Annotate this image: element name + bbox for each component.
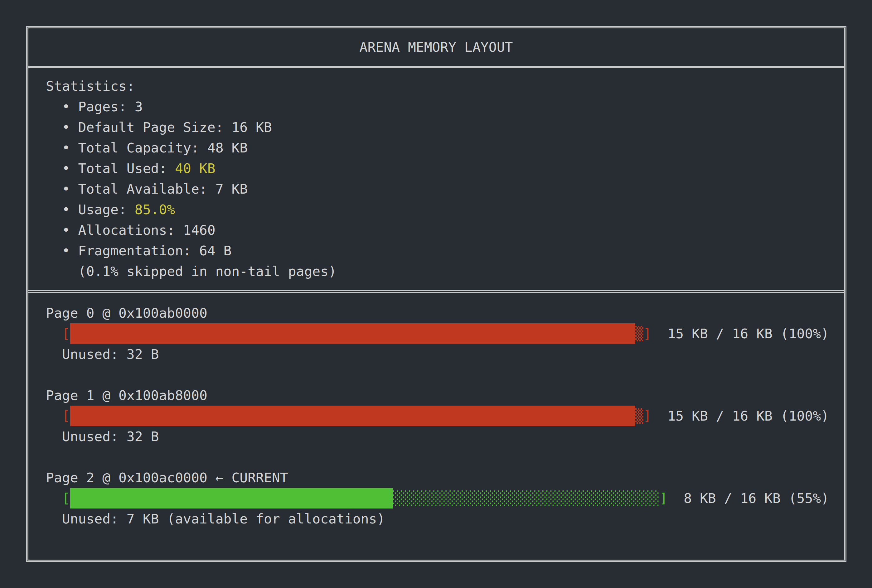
bar-dither: ░░░░░░░░░░░░░░░░░░░░░░░░░░░░░░░░░ xyxy=(393,488,659,508)
terminal-screen: ARENA MEMORY LAYOUT Statistics: • Pages:… xyxy=(0,0,872,588)
bar-gap xyxy=(668,488,684,508)
stat-text: • Total Available: 7 KB xyxy=(62,181,248,197)
bar-indent xyxy=(46,323,62,344)
bar-filled xyxy=(70,406,635,426)
stat-default-page-size: • Default Page Size: 16 KB xyxy=(46,117,844,138)
bar-usage-text: 15 KB / 16 KB (100%) xyxy=(668,406,829,426)
bar-indent xyxy=(46,488,62,508)
stat-pages: • Pages: 3 xyxy=(46,96,844,117)
title-section: ARENA MEMORY LAYOUT xyxy=(29,28,844,66)
page-0-unused: Unused: 32 B xyxy=(46,344,844,364)
bar-filled xyxy=(70,323,635,344)
stat-value-highlight: 40 KB xyxy=(175,160,215,176)
stat-fragmentation-note: (0.1% skipped in non-tail pages) xyxy=(46,261,844,282)
bar-open-bracket: [ xyxy=(62,406,70,426)
bar-gap xyxy=(651,406,668,426)
page-title: ARENA MEMORY LAYOUT xyxy=(360,37,513,57)
bar-indent xyxy=(46,406,62,426)
statistics-heading: Statistics: xyxy=(46,76,844,96)
page-1-title: Page 1 @ 0x100ab8000 xyxy=(46,385,844,406)
stat-text: • Total Capacity: 48 KB xyxy=(62,140,248,156)
pages-section: Page 0 @ 0x100ab0000 [ ▒ ] 15 KB / 16 KB… xyxy=(29,290,844,560)
stat-total-available: • Total Available: 7 KB xyxy=(46,178,844,199)
stat-total-capacity: • Total Capacity: 48 KB xyxy=(46,138,844,158)
stat-text: • Allocations: 1460 xyxy=(62,222,216,238)
stat-text: • Fragmentation: 64 B xyxy=(62,243,232,258)
bar-usage-text: 8 KB / 16 KB (55%) xyxy=(684,488,829,508)
stat-total-used: • Total Used: 40 KB xyxy=(46,158,844,178)
bar-close-bracket: ] xyxy=(643,323,651,344)
page-1-usage-bar: [ ▒ ] 15 KB / 16 KB (100%) xyxy=(46,406,844,426)
statistics-section: Statistics: • Pages: 3 • Default Page Si… xyxy=(29,66,844,290)
page-2-usage-bar: [ ░░░░░░░░░░░░░░░░░░░░░░░░░░░░░░░░░ ] 8 … xyxy=(46,488,844,508)
bar-dither: ▒ xyxy=(635,323,643,344)
bar-open-bracket: [ xyxy=(62,323,70,344)
page-0-title: Page 0 @ 0x100ab0000 xyxy=(46,303,844,323)
page-2-unused: Unused: 7 KB (available for allocations) xyxy=(46,508,844,529)
stat-text: • Total Used: xyxy=(62,160,175,176)
stat-text: • Usage: xyxy=(62,202,135,217)
stat-fragmentation: • Fragmentation: 64 B xyxy=(46,240,844,261)
bar-usage-text: 15 KB / 16 KB (100%) xyxy=(668,323,829,344)
stat-text: • Default Page Size: 16 KB xyxy=(62,119,272,135)
stat-allocations: • Allocations: 1460 xyxy=(46,220,844,240)
arena-layout-frame: ARENA MEMORY LAYOUT Statistics: • Pages:… xyxy=(26,26,846,562)
bar-gap xyxy=(651,323,668,344)
stat-usage: • Usage: 85.0% xyxy=(46,199,844,220)
page-0-usage-bar: [ ▒ ] 15 KB / 16 KB (100%) xyxy=(46,323,844,344)
page-1-block: Page 1 @ 0x100ab8000 [ ▒ ] 15 KB / 16 KB… xyxy=(46,385,844,447)
bar-close-bracket: ] xyxy=(659,488,668,508)
bar-dither: ▒ xyxy=(635,406,643,426)
page-2-block: Page 2 @ 0x100ac0000 ← CURRENT [ ░░░░░░░… xyxy=(46,467,844,529)
stat-text: • Pages: 3 xyxy=(62,99,143,114)
page-1-unused: Unused: 32 B xyxy=(46,426,844,447)
bar-close-bracket: ] xyxy=(643,406,651,426)
page-0-block: Page 0 @ 0x100ab0000 [ ▒ ] 15 KB / 16 KB… xyxy=(46,303,844,364)
bar-open-bracket: [ xyxy=(62,488,70,508)
page-2-title: Page 2 @ 0x100ac0000 ← CURRENT xyxy=(46,467,844,488)
stat-value-highlight: 85.0% xyxy=(135,202,175,217)
bar-filled xyxy=(70,488,393,508)
